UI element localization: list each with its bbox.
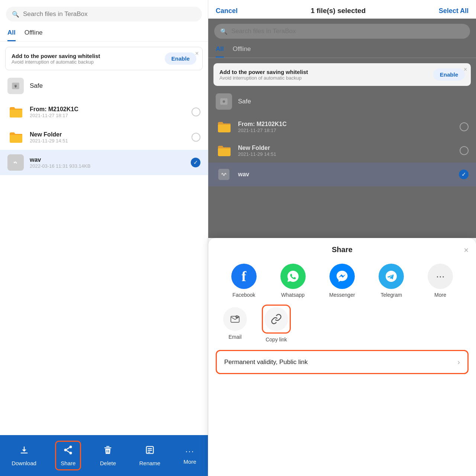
right-folder-date-1: 2021-11-29 14:51 <box>238 151 276 157</box>
right-radio-1[interactable] <box>460 146 469 155</box>
share-actions-row: + Email Copy link <box>208 301 476 346</box>
delete-label: Delete <box>100 460 116 466</box>
right-top-bar: Cancel 1 file(s) selected Select All <box>208 0 476 19</box>
share-label: Share <box>61 460 75 466</box>
left-search-input[interactable] <box>23 10 196 18</box>
left-search-bar[interactable]: 🔍 <box>6 7 202 22</box>
tab-all-right[interactable]: All <box>216 42 224 58</box>
telegram-icon <box>379 264 404 289</box>
tab-offline-left[interactable]: Offline <box>25 25 43 41</box>
right-whitelist-subtitle: Avoid interruption of automatic backup <box>219 75 308 81</box>
share-telegram[interactable]: Telegram <box>379 264 404 298</box>
chevron-right-icon: › <box>457 358 460 366</box>
svg-rect-20 <box>218 169 229 180</box>
copy-link-action[interactable]: Copy link <box>262 305 291 342</box>
download-icon <box>19 445 29 458</box>
share-icon <box>63 445 73 458</box>
tab-offline-right[interactable]: Offline <box>233 42 251 58</box>
radio-1[interactable] <box>192 133 200 142</box>
right-wav-info: wav <box>238 171 249 178</box>
radio-0[interactable] <box>192 107 200 116</box>
tab-all-left[interactable]: All <box>7 25 16 41</box>
wav-icon <box>7 154 24 171</box>
right-folder-icon-1 <box>216 142 232 159</box>
folder-item-1[interactable]: New Folder 2021-11-29 14:51 <box>0 125 208 150</box>
svg-line-10 <box>67 451 70 453</box>
messenger-icon <box>329 264 355 289</box>
whitelist-subtitle: Avoid interruption of automatic backup <box>12 59 100 65</box>
permanent-link-row[interactable]: Permanent validity, Public link › <box>216 350 469 374</box>
right-radio-0[interactable] <box>460 122 469 131</box>
right-wav-icon <box>216 166 232 183</box>
right-wav-check[interactable]: ✓ <box>459 170 469 179</box>
wav-name: wav <box>30 157 90 163</box>
svg-rect-11 <box>104 447 112 448</box>
left-file-list: Safe From: M2102K1C 2021-11-27 18:17 <box>0 73 208 476</box>
svg-rect-3 <box>12 159 19 166</box>
right-whitelist-banner: Add to the power saving whitelist Avoid … <box>213 63 471 86</box>
email-action[interactable]: + Email <box>223 307 247 340</box>
safe-item[interactable]: Safe <box>0 73 208 99</box>
right-safe-icon <box>216 93 232 110</box>
share-messenger[interactable]: Messenger <box>329 264 355 298</box>
right-folder-name-0: From: M2102K1C <box>238 121 287 128</box>
messenger-label: Messenger <box>329 292 355 298</box>
left-panel: 🔍 All Offline Add to the power saving wh… <box>0 0 208 476</box>
cancel-button[interactable]: Cancel <box>216 7 238 15</box>
banner-close-icon[interactable]: × <box>195 50 199 57</box>
right-wav-item[interactable]: wav ✓ <box>208 163 476 186</box>
more-label-left: More <box>184 459 196 465</box>
whatsapp-icon <box>280 264 306 289</box>
rename-icon <box>145 445 155 458</box>
right-folder-item-1[interactable]: New Folder 2021-11-29 14:51 <box>208 139 476 163</box>
right-whitelist-text: Add to the power saving whitelist Avoid … <box>219 69 308 81</box>
right-folder-date-0: 2021-11-27 18:17 <box>238 128 287 133</box>
right-whitelist-title: Add to the power saving whitelist <box>219 69 308 75</box>
safe-icon <box>7 78 24 94</box>
right-enable-button[interactable]: Enable <box>433 68 465 81</box>
svg-rect-2 <box>15 86 16 87</box>
right-folder-icon-0 <box>216 119 232 135</box>
wav-item[interactable]: wav 2022-03-16 11:31 933.14KB ✓ <box>0 150 208 175</box>
right-top-content: 🔍 All Offline Add to the power saving wh… <box>208 24 476 186</box>
right-safe-item[interactable]: Safe <box>208 88 476 115</box>
right-search-input[interactable] <box>231 28 464 35</box>
right-folder-name-1: New Folder <box>238 145 276 151</box>
download-button[interactable]: Download <box>7 442 41 469</box>
rename-label: Rename <box>139 460 160 466</box>
svg-point-4 <box>14 162 15 163</box>
more-button-left[interactable]: ··· More <box>179 444 201 468</box>
copy-link-label: Copy link <box>266 337 287 342</box>
share-apps-row: f Facebook Whatsapp <box>208 258 476 301</box>
share-title: Share <box>332 245 353 254</box>
folder-date-1: 2021-11-29 14:51 <box>30 138 68 144</box>
enable-button[interactable]: Enable <box>165 52 196 65</box>
share-close-icon[interactable]: × <box>464 245 469 255</box>
rename-button[interactable]: Rename <box>135 442 165 469</box>
whitelist-text: Add to the power saving whitelist Avoid … <box>12 53 100 65</box>
svg-rect-15 <box>148 448 152 449</box>
right-banner-close-icon[interactable]: × <box>464 66 467 73</box>
facebook-icon: f <box>231 264 257 289</box>
folder-item-0[interactable]: From: M2102K1C 2021-11-27 18:17 <box>0 99 208 125</box>
share-more[interactable]: ··· More <box>428 264 453 298</box>
right-search-bar[interactable]: 🔍 <box>214 24 470 39</box>
share-whatsapp[interactable]: Whatsapp <box>280 264 306 298</box>
folder-name-1: New Folder <box>30 131 68 138</box>
select-all-button[interactable]: Select All <box>439 7 469 15</box>
left-tabs: All Offline <box>0 25 208 42</box>
wav-check[interactable]: ✓ <box>191 158 200 167</box>
folder-date-0: 2021-11-27 18:17 <box>30 113 78 118</box>
left-bottom-bar: Download Share <box>0 435 208 476</box>
right-folder-item-0[interactable]: From: M2102K1C 2021-11-27 18:17 <box>208 115 476 139</box>
folder-info-0: From: M2102K1C 2021-11-27 18:17 <box>30 106 78 118</box>
right-search-icon: 🔍 <box>220 28 228 35</box>
svg-rect-17 <box>148 452 150 453</box>
share-button[interactable]: Share <box>55 441 81 470</box>
folder-icon-0 <box>7 104 24 120</box>
share-facebook[interactable]: f Facebook <box>231 264 257 298</box>
delete-button[interactable]: Delete <box>96 442 120 469</box>
svg-rect-16 <box>148 450 152 451</box>
right-safe-label: Safe <box>238 98 251 105</box>
left-whitelist-banner: Add to the power saving whitelist Avoid … <box>5 47 203 70</box>
